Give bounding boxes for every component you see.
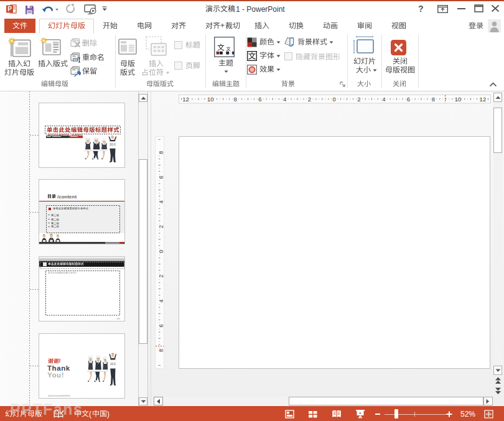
svg-text:12: 12 [182,96,189,103]
svg-text:2: 2 [307,96,310,103]
svg-text:2: 2 [158,275,164,278]
svg-text:10: 10 [454,96,461,103]
svg-text:6: 6 [406,96,409,103]
svg-text:10: 10 [207,96,214,103]
svg-text:8: 8 [233,96,236,103]
svg-text:4: 4 [158,299,164,302]
svg-text:4: 4 [282,96,286,103]
svg-text:6: 6 [158,324,164,327]
svg-text:4: 4 [382,96,385,103]
svg-text:8: 8 [431,96,434,103]
svg-text:2: 2 [158,225,164,228]
svg-text:P: P [7,6,12,12]
svg-text:8: 8 [158,349,164,352]
svg-text:10.0: 10.0 [110,361,115,366]
svg-text:4: 4 [158,200,164,203]
svg-text:12: 12 [479,96,486,103]
svg-text:0: 0 [332,96,335,103]
svg-text:2: 2 [357,96,360,103]
svg-text:8: 8 [158,151,164,154]
svg-text:0: 0 [158,250,164,253]
svg-text:6: 6 [158,175,164,178]
svg-text:6: 6 [258,96,261,103]
svg-text:10.0: 10.0 [110,142,116,146]
